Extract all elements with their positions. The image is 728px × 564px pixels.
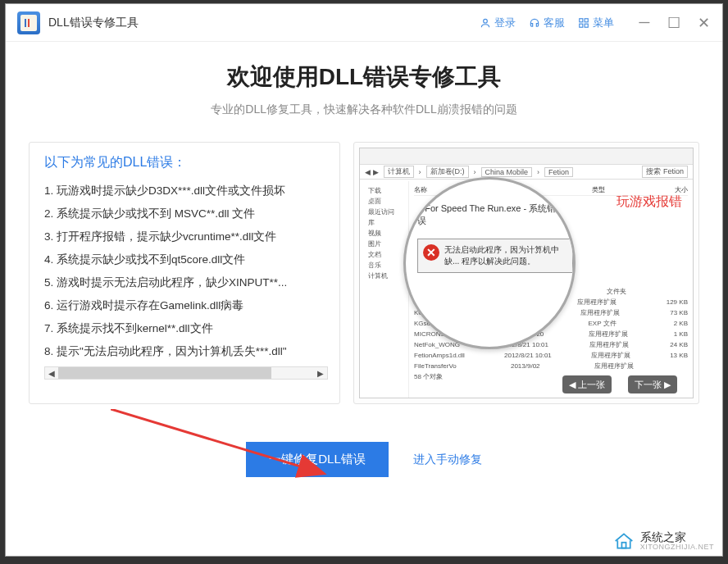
minimize-button[interactable]: ─ — [634, 12, 655, 34]
house-icon — [612, 531, 635, 551]
list-item: 运行游戏时提示存在Gamelink.dll病毒 — [44, 294, 328, 317]
list-item: 游戏时提示无法启动此程序，缺少XINPUT**... — [44, 271, 328, 294]
svg-rect-5 — [580, 24, 583, 27]
manual-repair-link[interactable]: 进入手动修复 — [413, 453, 482, 467]
list-item: 系统提示找不到kernel**.dll文件 — [44, 317, 328, 340]
svg-rect-8 — [621, 543, 626, 548]
titlebar: DLL错误专修工具 登录 客服 菜单 ─ ☐ ✕ — [6, 4, 722, 42]
app-icon — [17, 11, 40, 34]
close-button[interactable]: ✕ — [693, 12, 714, 34]
list-item: 系统提示缺少或找不到qt5core.dll文件 — [44, 248, 328, 271]
dialog-title: d For Speed The Run.exe - 系统错误 — [417, 202, 565, 227]
preview-panel: ◀ ▶ 计算机› 新加卷(D:)› China Mobile› Fetion 搜… — [353, 142, 699, 404]
errors-panel: 以下为常见的DLL错误： 玩游戏时提示缺少D3DX***.dll文件或文件损坏 … — [29, 142, 340, 404]
svg-rect-6 — [585, 24, 588, 27]
svg-point-2 — [484, 19, 488, 23]
login-link[interactable]: 登录 — [480, 16, 516, 30]
app-title: DLL错误专修工具 — [48, 16, 480, 30]
svg-rect-4 — [585, 18, 588, 21]
errors-title: 以下为常见的DLL错误： — [44, 154, 328, 171]
list-item: 系统提示缺少或找不到 MSVC**.dll 文件 — [44, 202, 328, 225]
error-list: 玩游戏时提示缺少D3DX***.dll文件或文件损坏 系统提示缺少或找不到 MS… — [44, 180, 328, 363]
user-icon — [480, 17, 491, 29]
menu-link[interactable]: 菜单 — [578, 16, 614, 30]
horizontal-scrollbar[interactable]: ◀ ▶ — [44, 366, 328, 380]
scroll-left-icon[interactable]: ◀ — [45, 369, 58, 378]
grid-icon — [578, 17, 589, 29]
welcome-title: 欢迎使用DLL错误专修工具 — [29, 61, 699, 93]
next-image-button[interactable]: 下一张 ▶ — [628, 375, 677, 393]
scroll-thumb[interactable] — [58, 367, 271, 379]
list-item: 提示"无法启动此程序，因为计算机丢失***.dll" — [44, 340, 328, 363]
svg-rect-0 — [25, 19, 26, 27]
svg-rect-1 — [28, 19, 30, 27]
watermark: 系统之家 XITONGZHIJIA.NET — [612, 531, 714, 551]
error-dialog: ✕ 无法启动此程序，因为计算机中缺... 程序以解决此问题。 — [417, 239, 573, 273]
prev-image-button[interactable]: ◀ 上一张 — [562, 375, 612, 393]
scroll-right-icon[interactable]: ▶ — [314, 369, 327, 378]
svg-rect-3 — [580, 18, 583, 21]
list-item: 玩游戏时提示缺少D3DX***.dll文件或文件损坏 — [44, 180, 328, 202]
repair-button[interactable]: 一键修复DLL错误 — [246, 442, 389, 477]
maximize-button[interactable]: ☐ — [663, 12, 685, 34]
error-icon: ✕ — [423, 244, 439, 261]
magnifier: d For Speed The Run.exe - 系统错误 ✕ 无法启动此程序… — [403, 177, 576, 349]
error-label: 玩游戏报错 — [617, 193, 682, 211]
support-link[interactable]: 客服 — [529, 16, 565, 30]
welcome-subtitle: 专业的DLL修复工具，快速解决各种软件DLL崩溃报错的问题 — [29, 102, 699, 117]
headset-icon — [529, 17, 540, 29]
error-text: 无法启动此程序，因为计算机中缺... 程序以解决此问题。 — [444, 244, 567, 267]
list-item: 打开程序报错，提示缺少vcruntime**.dll文件 — [44, 225, 328, 248]
